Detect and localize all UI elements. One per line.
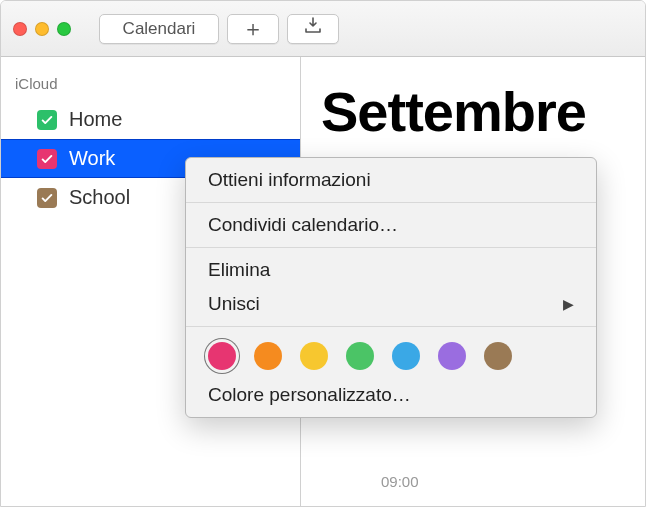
menu-separator [186, 247, 596, 248]
color-swatch-brown[interactable] [484, 342, 512, 370]
calendars-toggle-label: Calendari [123, 19, 196, 39]
color-swatch-purple[interactable] [438, 342, 466, 370]
calendar-label: Work [69, 147, 115, 170]
calendar-checkbox[interactable] [37, 188, 57, 208]
calendar-label: Home [69, 108, 122, 131]
menu-custom-color[interactable]: Colore personalizzato… [186, 378, 596, 412]
app-window: Calendari ＋ iCloud Home Work [0, 0, 646, 507]
window-controls [13, 22, 71, 36]
calendars-toggle-button[interactable]: Calendari [99, 14, 219, 44]
calendar-label: School [69, 186, 130, 209]
menu-merge[interactable]: Unisci ▶ [186, 287, 596, 321]
menu-item-label: Unisci [208, 293, 260, 315]
calendar-checkbox[interactable] [37, 110, 57, 130]
color-swatch-pink[interactable] [208, 342, 236, 370]
color-swatch-orange[interactable] [254, 342, 282, 370]
checkmark-icon [40, 152, 54, 166]
calendar-row-home[interactable]: Home [1, 100, 300, 139]
titlebar: Calendari ＋ [1, 1, 645, 57]
checkmark-icon [40, 191, 54, 205]
menu-item-label: Ottieni informazioni [208, 169, 371, 191]
color-swatch-yellow[interactable] [300, 342, 328, 370]
checkmark-icon [40, 113, 54, 127]
calendar-checkbox[interactable] [37, 149, 57, 169]
menu-item-label: Elimina [208, 259, 270, 281]
close-window-button[interactable] [13, 22, 27, 36]
add-button[interactable]: ＋ [227, 14, 279, 44]
menu-item-label: Colore personalizzato… [208, 384, 411, 406]
color-swatch-row [186, 332, 596, 378]
color-swatch-blue[interactable] [392, 342, 420, 370]
time-label: 09:00 [381, 473, 419, 490]
menu-separator [186, 202, 596, 203]
inbox-button[interactable] [287, 14, 339, 44]
sidebar-section-header: iCloud [1, 71, 300, 100]
minimize-window-button[interactable] [35, 22, 49, 36]
menu-item-label: Condividi calendario… [208, 214, 398, 236]
menu-delete[interactable]: Elimina [186, 253, 596, 287]
menu-get-info[interactable]: Ottieni informazioni [186, 163, 596, 197]
download-icon [303, 16, 323, 42]
maximize-window-button[interactable] [57, 22, 71, 36]
menu-share-calendar[interactable]: Condividi calendario… [186, 208, 596, 242]
chevron-right-icon: ▶ [563, 296, 574, 312]
menu-separator [186, 326, 596, 327]
color-swatch-green[interactable] [346, 342, 374, 370]
context-menu: Ottieni informazioni Condividi calendari… [185, 157, 597, 418]
month-title: Settembre [321, 79, 625, 144]
plus-icon: ＋ [242, 14, 264, 44]
